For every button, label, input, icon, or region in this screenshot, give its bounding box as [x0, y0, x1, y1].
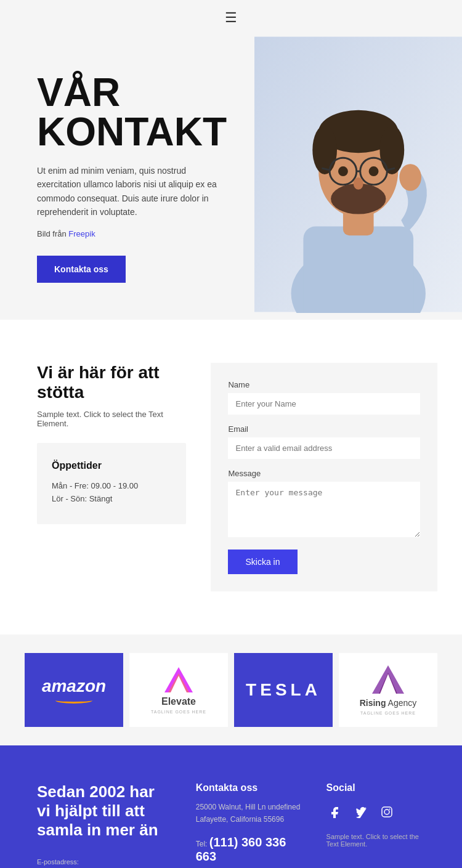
- message-input[interactable]: [228, 482, 420, 537]
- hero-credit: Bild från Freepik: [37, 229, 230, 238]
- hero-title: VÅRKONTAKT: [37, 73, 230, 152]
- message-field-group: Message: [228, 469, 420, 540]
- rising-agency-logo: Rising Agency TAGLINE GOES HERE: [339, 653, 437, 727]
- instagram-icon[interactable]: [378, 803, 395, 821]
- rising-text: Rising: [360, 698, 386, 708]
- elevate-logo: Elevate TAGLINE GOES HERE: [129, 653, 228, 727]
- email-field-group: Email: [228, 424, 420, 459]
- contact-button[interactable]: Kontakta oss: [37, 256, 126, 283]
- footer-contact: Kontakta oss 25000 Walnut, Hill Ln undef…: [196, 782, 302, 868]
- email-input[interactable]: [228, 437, 420, 459]
- support-section: Vi är här för att stötta Sample text. Cl…: [0, 320, 462, 635]
- svg-rect-3: [303, 226, 413, 313]
- tesla-logo: TESLA: [234, 653, 333, 727]
- svg-point-18: [399, 164, 421, 191]
- footer-tel-number-val: (111) 360 336 663: [196, 835, 286, 863]
- email-label: Email: [228, 424, 420, 434]
- svg-point-8: [379, 126, 404, 174]
- freepik-link[interactable]: Freepik: [68, 229, 95, 238]
- contact-form: Name Email Message Skicka in: [211, 363, 437, 591]
- footer-tel-label: Tel:: [196, 840, 208, 848]
- facebook-icon[interactable]: [326, 803, 344, 821]
- footer-contact-title: Kontakta oss: [196, 782, 302, 793]
- hours-weekday: Mån - Fre: 09.00 - 19.00: [52, 481, 171, 490]
- footer-tel: Tel: (111) 360 336 663: [196, 835, 302, 864]
- elevate-tagline: TAGLINE GOES HERE: [151, 710, 206, 714]
- amazon-logo: amazon: [25, 653, 123, 727]
- rising-tagline: TAGLINE GOES HERE: [360, 711, 416, 715]
- amazon-text: amazon: [42, 676, 106, 696]
- message-label: Message: [228, 469, 420, 478]
- hero-description: Ut enim ad minim veniam, quis nostrud ex…: [37, 164, 230, 219]
- support-left: Vi är här för att stötta Sample text. Cl…: [37, 363, 186, 591]
- social-icons: [326, 803, 425, 821]
- hero-person-illustration: [254, 36, 463, 313]
- footer-left: Sedan 2002 har vi hjälpt till att samla …: [37, 782, 171, 868]
- elevate-text: Elevate: [161, 696, 196, 707]
- name-field-group: Name: [228, 380, 420, 415]
- rising-triangle-icon: [371, 664, 405, 695]
- amazon-smile-icon: [55, 697, 92, 704]
- footer: Sedan 2002 har vi hjälpt till att samla …: [0, 745, 462, 868]
- footer-address: 25000 Walnut, Hill Ln undefined Lafayett…: [196, 801, 302, 826]
- svg-point-17: [353, 177, 363, 190]
- hero-image: [254, 36, 463, 320]
- support-description: Sample text. Click to select the Text El…: [37, 410, 186, 428]
- svg-point-27: [389, 808, 390, 809]
- support-title: Vi är här för att stötta: [37, 363, 186, 402]
- svg-point-15: [368, 166, 378, 176]
- agency-text: Agency: [386, 698, 416, 708]
- footer-email-label: E-postadress:: [37, 858, 171, 866]
- footer-social-title: Social: [326, 782, 425, 793]
- footer-tagline: Sedan 2002 har vi hjälpt till att samla …: [37, 782, 171, 840]
- svg-point-7: [312, 126, 337, 174]
- navigation: ☰: [0, 0, 462, 36]
- hours-box: Öppettider Mån - Fre: 09.00 - 19.00 Lör …: [37, 443, 186, 524]
- hero-section: VÅRKONTAKT Ut enim ad minim veniam, quis…: [0, 36, 462, 320]
- logos-section: amazon Elevate TAGLINE GOES HERE TESLA R…: [0, 635, 462, 745]
- twitter-icon[interactable]: [352, 803, 370, 821]
- footer-social-sample: Sample text. Click to select the Text El…: [326, 833, 425, 848]
- hours-weekend: Lör - Sön: Stängt: [52, 494, 171, 503]
- name-label: Name: [228, 380, 420, 389]
- hamburger-icon[interactable]: ☰: [225, 10, 237, 26]
- name-input[interactable]: [228, 393, 420, 415]
- submit-button[interactable]: Skicka in: [228, 550, 297, 574]
- hours-title: Öppettider: [52, 460, 171, 471]
- footer-social: Social Sample text. Click to select the …: [326, 782, 425, 868]
- svg-rect-25: [382, 807, 392, 817]
- hero-content: VÅRKONTAKT Ut enim ad minim veniam, quis…: [0, 36, 254, 320]
- elevate-triangle-icon: [163, 666, 194, 694]
- svg-point-14: [338, 166, 347, 176]
- tesla-text: TESLA: [246, 680, 321, 700]
- svg-point-26: [384, 809, 389, 814]
